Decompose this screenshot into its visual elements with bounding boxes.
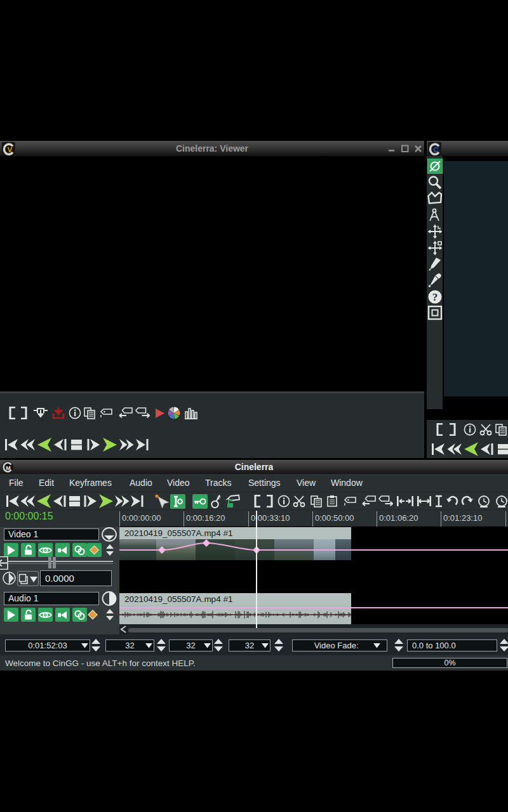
svg-text:C: C — [434, 146, 439, 154]
svg-text:?: ? — [432, 291, 438, 303]
